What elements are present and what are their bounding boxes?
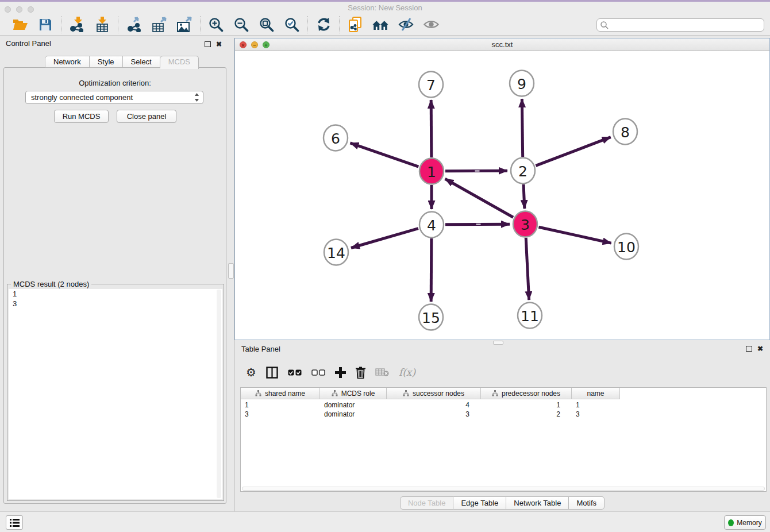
table-cell[interactable]: 4 [387,400,481,410]
open-file-icon[interactable] [12,17,28,33]
memory-label: Memory [737,519,761,527]
table-panel-title: Table Panel [241,345,280,353]
edge-label-tick [475,170,480,171]
graph-edge-2-3[interactable] [523,184,525,209]
table-cell[interactable]: 2 [481,410,572,419]
zoom-fit-icon[interactable] [259,17,275,33]
graph-node-label-15: 15 [422,310,440,326]
graph-edge-3-1[interactable] [445,179,514,217]
tab-mcds[interactable]: MCDS [160,56,199,69]
column-header-shared-name[interactable]: shared name [241,388,320,399]
search-input[interactable] [609,20,764,30]
table-panel-close-icon[interactable]: ✖ [757,346,763,352]
table-row[interactable]: 1dominator411 [241,400,620,410]
table-cell[interactable]: 1 [572,400,620,410]
table-cell[interactable]: 3 [387,410,481,419]
app-title: Session: New Session [0,2,770,14]
tab-node-table[interactable]: Node Table [400,496,454,510]
export-image-icon[interactable] [176,17,192,33]
tab-style[interactable]: Style [90,56,123,68]
column-header-predecessor-nodes[interactable]: predecessor nodes [481,388,572,399]
graph-node-label-2: 2 [518,163,528,180]
select-all-icon[interactable] [288,365,302,380]
control-panel-close-icon[interactable]: ✖ [216,41,222,47]
column-header-successor-nodes[interactable]: successor nodes [387,388,481,399]
graph-edge-4-14[interactable] [351,229,418,248]
table-cell[interactable]: dominator [320,410,387,419]
column-header-mcds-role[interactable]: MCDS role [320,388,387,399]
delete-columns-icon[interactable] [356,365,365,380]
home-networks-icon[interactable] [372,17,388,33]
column-label: successor nodes [413,390,464,398]
table-row[interactable]: 3dominator323 [241,410,620,419]
result-scrollbar[interactable] [217,290,221,498]
graph-node-label-6: 6 [331,130,340,147]
network-close-icon[interactable]: × [240,41,247,48]
criterion-dropdown[interactable]: strongly connected component [25,91,203,104]
memory-button[interactable]: Memory [724,515,766,530]
result-line: 3 [9,299,222,309]
clone-network-icon[interactable] [347,17,363,33]
column-header-name[interactable]: name [572,388,620,399]
graph-edge-3-10[interactable] [538,227,611,243]
delete-table-icon[interactable] [375,365,389,380]
refresh-view-icon[interactable] [315,17,332,33]
network-window-titlebar[interactable]: × − + scc.txt [235,38,769,51]
deselect-all-icon[interactable] [311,365,325,380]
column-label: MCDS role [341,390,375,398]
export-network-icon[interactable] [126,17,142,33]
import-table-icon[interactable] [94,17,110,33]
tab-edge-table[interactable]: Edge Table [453,496,506,510]
table-cell[interactable]: 1 [241,400,320,410]
table-header-row: shared nameMCDS rolesuccessor nodesprede… [241,388,620,399]
chevron-up-down-icon [194,93,199,102]
function-builder-icon[interactable]: f(x) [399,365,415,380]
show-graphics-details-icon[interactable] [423,17,439,33]
table-horizontal-scrollbar[interactable] [242,487,765,491]
graph-edge-2-8[interactable] [536,137,610,166]
graph-edge-3-11[interactable] [526,238,529,300]
table-options-icon[interactable]: ⚙ [246,365,256,380]
hide-graphics-details-icon[interactable] [398,17,414,33]
table-cell[interactable]: dominator [320,400,387,410]
tab-network[interactable]: Network [45,56,90,68]
search-field[interactable] [596,18,764,32]
zoom-selected-icon[interactable] [284,17,300,33]
create-column-icon[interactable] [335,365,346,380]
edge-label-tick [476,223,481,225]
close-panel-button[interactable]: Close panel [117,110,176,123]
control-panel-float-icon[interactable] [205,41,211,47]
zoom-in-icon[interactable] [208,17,224,33]
column-tree-icon [255,390,261,396]
network-minimize-icon[interactable]: − [251,41,258,48]
show-columns-icon[interactable] [266,365,278,380]
table-panel-float-icon[interactable] [746,346,752,352]
task-history-button[interactable] [6,515,23,530]
tab-select[interactable]: Select [123,56,160,68]
import-network-icon[interactable] [69,17,85,33]
tab-network-table[interactable]: Network Table [506,496,569,510]
horizontal-splitter-grip[interactable] [493,341,503,345]
graph-edge-4-15[interactable] [431,238,432,302]
graph-edge-1-7[interactable] [431,100,432,157]
zoom-out-icon[interactable] [233,17,249,33]
graph-node-label-10: 10 [617,239,636,256]
graph-edge-2-9[interactable] [522,99,522,157]
result-line: 1 [9,289,222,299]
table-cell[interactable]: 1 [481,400,572,410]
graph-node-label-7: 7 [426,77,436,94]
graph-node-label-11: 11 [521,308,539,325]
save-session-icon[interactable] [37,17,53,33]
network-canvas[interactable]: 7968124314101511 [235,51,769,340]
export-table-icon[interactable] [151,17,167,33]
mcds-result-list[interactable]: 13 [9,289,222,499]
run-mcds-button[interactable]: Run MCDS [54,110,109,123]
graph-edge-1-6[interactable] [351,143,419,167]
table-cell[interactable]: 3 [572,410,620,419]
column-tree-icon [403,390,409,396]
vertical-splitter-grip[interactable] [228,263,234,279]
tab-motifs[interactable]: Motifs [569,496,605,510]
network-maximize-icon[interactable]: + [263,41,270,48]
graph-node-label-14: 14 [327,245,345,261]
table-cell[interactable]: 3 [241,410,320,419]
